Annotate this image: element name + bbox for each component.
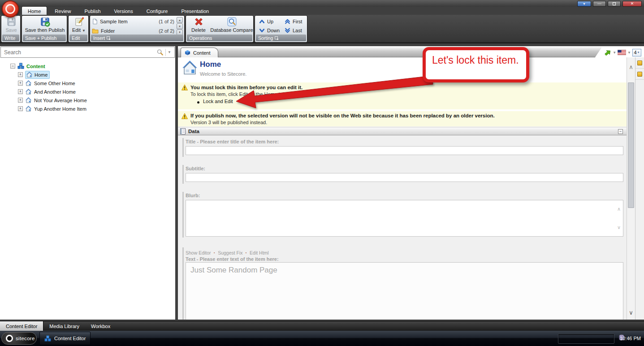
app-tab-media-library[interactable]: Media Library [43, 321, 85, 331]
insert-scroll-buttons: ▲ ▼ ▼ [177, 17, 183, 35]
house-icon [26, 71, 33, 78]
sitecore-start-button[interactable]: sitecore [1, 332, 37, 345]
scroll-down-icon[interactable]: ∨ [627, 309, 635, 316]
insert-scroll-up-button[interactable]: ▲ [177, 17, 183, 23]
content-tree-panel: ▼ − Content + Home + [0, 46, 175, 320]
search-input[interactable] [1, 49, 156, 56]
save-then-publish-button[interactable]: Save then Publish [22, 17, 68, 33]
search-icon[interactable] [156, 49, 164, 56]
edit-html-link[interactable]: Edit Html [250, 250, 269, 255]
ribbon-tab-bar: Home Review Publish Versions Configure P… [22, 6, 215, 15]
sort-down-button[interactable]: Down [259, 28, 280, 33]
expand-icon[interactable]: + [18, 89, 23, 94]
folder-icon [92, 28, 99, 34]
taskbar-content-editor-button[interactable]: Content Editor [39, 332, 91, 345]
expand-icon[interactable]: + [18, 98, 23, 103]
tree-node-not-your-average-home[interactable]: + Not Your Average Home [0, 96, 175, 104]
sitecore-content-editor-window: ▼ — ✕ Home Review Publish Versions Confi… [0, 0, 644, 346]
scroll-up-icon[interactable]: ∧ [617, 207, 621, 212]
ribbon-group-operations: Delete Database Compare Operations [186, 15, 254, 43]
sort-last-button[interactable]: Last [285, 28, 302, 33]
application-tab-bar: Content Editor Media Library Workbox [0, 321, 644, 331]
version-selector[interactable]: 4 ▼ [632, 49, 641, 56]
chevron-down-icon[interactable]: ▼ [627, 51, 631, 55]
expand-icon[interactable]: + [18, 81, 23, 86]
database-compare-button[interactable]: Database Compare [210, 17, 253, 33]
tree-node-label: Some Other Home [34, 81, 75, 86]
title-bar [0, 0, 644, 7]
dialog-launcher-icon[interactable] [107, 36, 110, 39]
tab-content[interactable]: Content [181, 48, 218, 57]
search-options-chevron-icon[interactable]: ▼ [168, 50, 171, 54]
section-marker-button[interactable] [637, 61, 642, 65]
divider [165, 49, 166, 56]
tab-review[interactable]: Review [49, 6, 77, 15]
ribbon-group-label-save-publish: Save + Publish [23, 35, 66, 41]
chevron-up-icon [259, 19, 265, 24]
collapse-section-button[interactable]: − [618, 129, 623, 134]
vertical-scrollbar[interactable]: ∧ ∨ [627, 57, 635, 320]
collapse-icon[interactable]: − [10, 64, 15, 69]
scroll-up-icon[interactable]: ∧ [627, 64, 635, 70]
section-marker-button[interactable] [637, 72, 642, 77]
title-field-input[interactable] [186, 146, 623, 155]
app-tab-content-editor[interactable]: Content Editor [0, 321, 43, 331]
selected-tree-node[interactable]: Home [25, 71, 50, 79]
chevron-down-icon[interactable]: ▼ [613, 51, 616, 55]
floppy-disk-icon [6, 17, 17, 27]
delete-button[interactable]: Delete [187, 17, 210, 33]
sitecore-logo-button[interactable] [2, 0, 19, 17]
subtitle-field-label: Subtitle: [186, 166, 205, 171]
insert-item-sample[interactable]: Sample Item (1 of 2) [92, 17, 174, 26]
magnifier-box-icon [227, 17, 237, 27]
subtitle-field-input[interactable] [186, 173, 623, 182]
tree-node-content-root[interactable]: − Content [0, 62, 175, 70]
tree-node-home[interactable]: + Home [0, 70, 175, 79]
insert-scroll-down-button[interactable]: ▼ [177, 23, 183, 29]
suggest-fix-link[interactable]: Suggest Fix [218, 250, 242, 255]
tab-configure[interactable]: Configure [141, 6, 174, 15]
desktop-taskbar: sitecore Content Editor 10:46 PM [0, 331, 644, 346]
insert-item-folder[interactable]: Folder (2 of 2) [92, 26, 174, 35]
scroll-down-icon[interactable]: ∨ [617, 225, 621, 230]
tree-node-label: Not Your Average Home [34, 98, 87, 103]
close-button[interactable]: ✕ [622, 1, 642, 7]
tree-node-some-other-home[interactable]: + Some Other Home [0, 79, 175, 87]
tree-node-yup-another-home-item[interactable]: + Yup Another Home Item [0, 104, 175, 113]
edit-notepad-icon [74, 17, 84, 27]
ribbon-group-label-sorting: Sorting [256, 35, 306, 41]
chevron-down-icon: ▼ [637, 51, 640, 54]
expand-icon[interactable]: + [18, 72, 23, 77]
item-welcome-text: Welcome to Sitecore. [200, 71, 246, 77]
tree-node-label: Content [26, 64, 45, 69]
ribbon-group-insert: Sample Item (1 of 2) Folder (2 of 2) ▲ ▼… [90, 15, 185, 43]
text-field-richtext[interactable]: Just Some Random Page [186, 262, 623, 320]
tab-versions[interactable]: Versions [108, 6, 139, 15]
insert-count: (1 of 2) [159, 19, 174, 24]
maximize-button[interactable] [608, 1, 621, 7]
tab-presentation[interactable]: Presentation [175, 6, 215, 15]
save-button[interactable]: Save [1, 17, 21, 33]
sitecore-ring-icon [6, 335, 13, 342]
navigate-arrow-icon[interactable] [604, 48, 613, 57]
scrollbar-thumb[interactable] [628, 82, 634, 208]
language-flag-icon[interactable] [618, 50, 626, 55]
app-tab-workbox[interactable]: Workbox [85, 321, 116, 331]
data-section-header[interactable]: Data − [178, 127, 627, 135]
tab-publish[interactable]: Publish [78, 6, 106, 15]
sort-first-button[interactable]: First [285, 19, 302, 24]
expand-icon[interactable]: + [18, 106, 23, 111]
lock-and-edit-link[interactable]: Lock and Edit [203, 99, 233, 104]
window-menu-button[interactable]: ▼ [577, 1, 591, 7]
dialog-launcher-icon[interactable] [275, 36, 278, 39]
form-section-icon [180, 128, 186, 134]
divider [635, 79, 644, 80]
edit-dropdown-button[interactable]: Edit ▼ [69, 17, 89, 33]
tab-home[interactable]: Home [22, 6, 47, 15]
blurb-field-textarea[interactable]: ∧ ∨ [186, 200, 623, 237]
minimize-button[interactable]: — [593, 1, 606, 7]
show-editor-link[interactable]: Show Editor [186, 250, 211, 255]
field-accent-bar [182, 138, 184, 157]
tree-node-and-another-home[interactable]: + And Another Home [0, 87, 175, 96]
sort-up-button[interactable]: Up [259, 19, 273, 24]
